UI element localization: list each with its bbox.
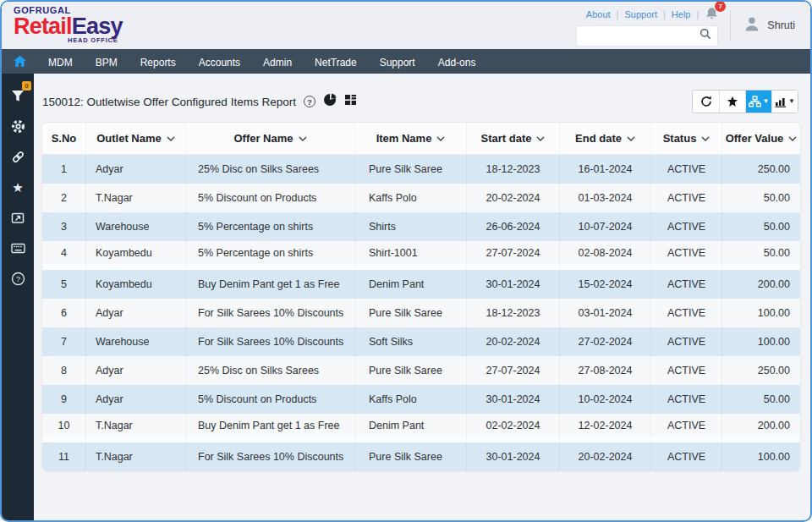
- column-header-start-date[interactable]: Start date: [467, 123, 560, 155]
- nav-item[interactable]: MDM: [48, 57, 73, 69]
- cell-offer-value: 50.00: [722, 184, 800, 212]
- column-header-sno: S.No: [42, 123, 86, 155]
- nav-item[interactable]: BPM: [96, 57, 118, 69]
- sort-chevron-icon: [788, 136, 797, 141]
- table-row[interactable]: 6 Adyar For Silk Sarees 10% Discounts Pu…: [42, 299, 800, 327]
- chevron-down-icon: ▼: [763, 98, 770, 105]
- search-box: [576, 25, 718, 47]
- cell-outlet-name: T.Nagar: [86, 414, 186, 442]
- nav-item[interactable]: Support: [380, 57, 415, 69]
- column-header-end-date[interactable]: End date: [560, 123, 651, 155]
- main-nav: MDM BPM Reports Accounts Admin NetTrade …: [2, 49, 810, 74]
- cell-sno: 8: [42, 356, 86, 385]
- cell-outlet-name: Koyambedu: [86, 270, 186, 299]
- export-screen-icon[interactable]: [7, 206, 29, 228]
- cell-sno: 7: [42, 327, 86, 356]
- cell-status: ACTIVE: [651, 270, 722, 299]
- notification-bell-icon[interactable]: 7: [705, 7, 718, 22]
- table-row[interactable]: 5 Koyambedu Buy Denim Pant get 1 as Free…: [42, 270, 800, 299]
- nav-item[interactable]: Reports: [140, 57, 176, 69]
- settings-gear-icon[interactable]: [7, 115, 29, 137]
- cell-offer-name: Buy Denim Pant get 1 as Free: [186, 270, 355, 299]
- column-header-offer-value[interactable]: Offer Value: [722, 123, 800, 155]
- link-icon[interactable]: [7, 146, 29, 168]
- sort-chevron-icon: [701, 136, 710, 141]
- hierarchy-view-button[interactable]: ▼: [745, 91, 771, 113]
- column-header-item-name[interactable]: Item Name: [355, 123, 467, 155]
- cell-end-date: 15-02-2024: [560, 270, 651, 299]
- search-input[interactable]: [583, 30, 700, 41]
- table-row[interactable]: 9 Adyar 5% Discount on Products Kaffs Po…: [42, 385, 800, 414]
- topbar-link[interactable]: Support: [624, 9, 657, 19]
- cell-sno: 3: [42, 212, 86, 241]
- nav-item[interactable]: Admin: [263, 57, 292, 69]
- home-icon[interactable]: [13, 55, 27, 68]
- refresh-button[interactable]: [693, 91, 719, 113]
- topbar-link[interactable]: About: [586, 9, 611, 19]
- cell-end-date: 10-02-2024: [560, 385, 651, 414]
- cell-offer-value: 200.00: [722, 414, 800, 442]
- column-header-offer-name[interactable]: Offer Name: [186, 123, 355, 155]
- table-row[interactable]: 7 Warehouse For Silk Sarees 10% Discount…: [42, 327, 800, 356]
- report-help-icon[interactable]: ?: [304, 96, 315, 107]
- cell-offer-value: 100.00: [722, 327, 800, 356]
- cell-sno: 2: [42, 184, 86, 212]
- favorite-button[interactable]: [719, 91, 745, 113]
- column-header-status[interactable]: Status: [651, 123, 722, 155]
- cell-sno: 1: [42, 155, 86, 184]
- cell-item-name: Pure Silk Saree: [355, 155, 467, 184]
- cell-start-date: 26-06-2024: [467, 212, 560, 241]
- nav-item[interactable]: NetTrade: [315, 57, 357, 69]
- cell-item-name: Shirt-1001: [355, 241, 467, 270]
- table-row[interactable]: 4 Koyambedu 5% Percentage on shirts Shir…: [42, 241, 800, 270]
- cell-start-date: 18-12-2023: [467, 299, 560, 327]
- cell-start-date: 27-07-2024: [467, 356, 560, 385]
- cell-outlet-name: Adyar: [86, 356, 186, 385]
- filter-icon[interactable]: 0: [7, 85, 29, 107]
- cell-item-name: Soft Silks: [355, 327, 467, 356]
- sort-chevron-icon: [536, 136, 545, 141]
- cell-status: ACTIVE: [651, 356, 722, 385]
- favorites-star-icon[interactable]: ★: [7, 176, 29, 198]
- cell-offer-value: 50.00: [722, 241, 800, 270]
- cell-outlet-name: Adyar: [86, 155, 186, 184]
- table-row[interactable]: 2 T.Nagar 5% Discount on Products Kaffs …: [42, 184, 800, 212]
- topbar-divider: [730, 10, 731, 41]
- table-row[interactable]: 8 Adyar 25% Disc on Silks Sarees Pure Si…: [42, 356, 800, 385]
- nav-item[interactable]: Accounts: [199, 57, 240, 69]
- chart-view-button[interactable]: ▼: [771, 91, 798, 113]
- help-icon[interactable]: ?: [7, 267, 29, 289]
- table-row[interactable]: 3 Warehouse 5% Percentage on shirts Shir…: [42, 212, 800, 241]
- keyboard-icon[interactable]: [7, 237, 29, 259]
- cell-outlet-name: T.Nagar: [86, 442, 186, 471]
- cell-item-name: Denim Pant: [355, 270, 467, 299]
- search-icon[interactable]: [700, 28, 711, 43]
- column-header-outlet-name[interactable]: Outlet Name: [86, 123, 186, 155]
- table-row[interactable]: 10 T.Nagar Buy Denim Pant get 1 as Free …: [42, 414, 800, 442]
- svg-text:?: ?: [15, 274, 19, 283]
- table-row[interactable]: 1 Adyar 25% Disc on Silks Sarees Pure Si…: [42, 155, 800, 184]
- user-menu[interactable]: Shruti: [743, 2, 810, 49]
- nav-item[interactable]: Add-ons: [438, 57, 476, 69]
- topbar: GOFRUGAL RetailEasy HEAD OFFICE About Su…: [2, 2, 810, 49]
- topbar-link[interactable]: Help: [672, 9, 691, 19]
- cell-item-name: Pure Silk Saree: [355, 442, 467, 471]
- cell-item-name: Pure Silk Saree: [355, 356, 467, 385]
- report-table-card: S.No Outlet Name Offer Name Item Name St…: [42, 123, 800, 471]
- cell-start-date: 30-01-2024: [467, 385, 560, 414]
- notification-badge: 7: [715, 1, 726, 12]
- grid-view-icon[interactable]: [344, 94, 357, 109]
- table-row[interactable]: 11 T.Nagar For Silk Sarees 10% Discounts…: [42, 442, 800, 471]
- cell-offer-value: 50.00: [722, 385, 800, 414]
- cell-end-date: 02-08-2024: [560, 241, 651, 270]
- cell-status: ACTIVE: [651, 299, 722, 327]
- avatar-icon: [743, 14, 761, 36]
- cell-status: ACTIVE: [651, 184, 722, 212]
- cell-sno: 9: [42, 385, 86, 414]
- cell-status: ACTIVE: [651, 414, 722, 442]
- pie-chart-icon[interactable]: [323, 93, 337, 110]
- cell-offer-name: For Silk Sarees 10% Discounts: [186, 442, 355, 471]
- cell-item-name: Denim Pant: [355, 414, 467, 442]
- cell-status: ACTIVE: [651, 385, 722, 414]
- cell-offer-value: 100.00: [722, 442, 800, 471]
